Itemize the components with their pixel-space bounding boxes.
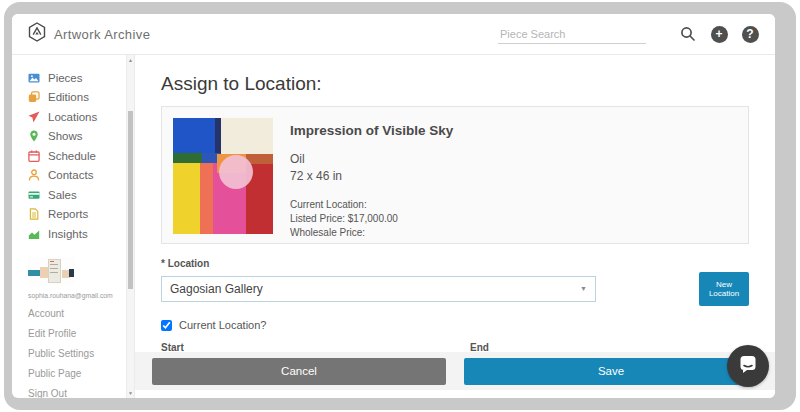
- sidebar-item-insights[interactable]: Insights: [12, 224, 126, 244]
- cancel-button[interactable]: Cancel: [152, 358, 446, 385]
- current-location-label[interactable]: Current Location?: [179, 319, 266, 331]
- sidebar-nav: PiecesEditionsLocationsShowsScheduleCont…: [12, 68, 126, 244]
- save-button[interactable]: Save: [464, 358, 758, 385]
- sidebar-link-public-page[interactable]: Public Page: [12, 368, 126, 379]
- current-location-row: Current Location?: [161, 319, 749, 331]
- schedule-icon: [28, 150, 41, 162]
- main-content: Assign to Location: Impression of Visibl…: [135, 55, 775, 398]
- app-window: Artwork Archive + ? Pieces: [12, 14, 775, 398]
- new-location-button[interactable]: New Location: [699, 272, 749, 306]
- chat-bubble-icon: [738, 354, 758, 378]
- add-icon[interactable]: +: [710, 25, 728, 43]
- location-select-wrap: Gagosian Gallery ▼: [161, 276, 596, 302]
- user-avatar-illustration: [28, 257, 74, 285]
- sidebar-item-label: Insights: [48, 228, 88, 240]
- sales-icon: [28, 189, 41, 201]
- pieces-icon: [28, 72, 41, 84]
- sidebar-item-locations[interactable]: Locations: [12, 107, 126, 127]
- screenshot-stage: Artwork Archive + ? Pieces: [0, 0, 800, 412]
- search-input[interactable]: [498, 25, 646, 43]
- sidebar-account-links: AccountEdit ProfilePublic SettingsPublic…: [12, 308, 126, 399]
- scrollbar-thumb[interactable]: [128, 111, 133, 289]
- page-title: Assign to Location:: [161, 73, 749, 95]
- artwork-details: Impression of Visible Sky Oil 72 x 46 in…: [290, 118, 453, 232]
- locations-icon: [28, 111, 41, 123]
- artwork-medium: Oil: [290, 151, 453, 168]
- sidebar-item-contacts[interactable]: Contacts: [12, 166, 126, 186]
- shows-icon: [28, 130, 41, 142]
- sidebar-link-public-settings[interactable]: Public Settings: [12, 348, 126, 359]
- sidebar-item-label: Locations: [48, 111, 97, 123]
- brand-name: Artwork Archive: [54, 27, 150, 42]
- piece-search-field[interactable]: [498, 24, 646, 44]
- sidebar-item-label: Reports: [48, 208, 88, 220]
- user-email: sophia.rouhana@gmail.com: [12, 292, 126, 299]
- sidebar-item-reports[interactable]: Reports: [12, 205, 126, 225]
- sidebar-item-shows[interactable]: Shows: [12, 127, 126, 147]
- sidebar-link-account[interactable]: Account: [12, 308, 126, 319]
- sidebar-item-label: Shows: [48, 130, 83, 142]
- form-footer: Cancel Save: [135, 352, 775, 390]
- sidebar-item-label: Sales: [48, 189, 77, 201]
- artwork-dimensions: 72 x 46 in: [290, 168, 453, 185]
- sidebar-item-label: Pieces: [48, 72, 83, 84]
- sidebar-link-sign-out[interactable]: Sign Out: [12, 388, 126, 399]
- artwork-title: Impression of Visible Sky: [290, 123, 453, 138]
- window-body: PiecesEditionsLocationsShowsScheduleCont…: [12, 55, 775, 398]
- current-location-checkbox[interactable]: [161, 320, 172, 331]
- chat-widget-button[interactable]: [727, 345, 769, 387]
- sidebar-item-label: Schedule: [48, 150, 96, 162]
- sidebar-scrollbar[interactable]: ▲ ▼: [126, 55, 135, 398]
- brand-logo[interactable]: Artwork Archive: [28, 22, 150, 46]
- logo-hexagon-icon: [28, 22, 46, 46]
- reports-icon: [28, 208, 41, 220]
- artwork-current-location: Current Location:: [290, 198, 453, 212]
- sidebar-item-pieces[interactable]: Pieces: [12, 68, 126, 88]
- sidebar-link-edit-profile[interactable]: Edit Profile: [12, 328, 126, 339]
- location-select[interactable]: Gagosian Gallery: [161, 276, 596, 302]
- artwork-listed-price: Listed Price: $17,000.00: [290, 212, 453, 226]
- insights-icon: [28, 228, 41, 240]
- editions-icon: [28, 91, 41, 103]
- sidebar-item-editions[interactable]: Editions: [12, 88, 126, 108]
- sidebar-item-label: Editions: [48, 91, 89, 103]
- scrollbar-down-arrow-icon[interactable]: ▼: [127, 390, 134, 396]
- sidebar-item-schedule[interactable]: Schedule: [12, 146, 126, 166]
- location-label: * Location: [161, 258, 749, 269]
- top-bar: Artwork Archive + ?: [12, 14, 775, 55]
- contacts-icon: [28, 169, 41, 181]
- sidebar-item-label: Contacts: [48, 169, 93, 181]
- sidebar-item-sales[interactable]: Sales: [12, 185, 126, 205]
- location-row: Gagosian Gallery ▼ New Location: [161, 272, 749, 306]
- search-icon[interactable]: [679, 25, 697, 43]
- artwork-wholesale-price: Wholesale Price:: [290, 226, 453, 240]
- scrollbar-up-arrow-icon[interactable]: ▲: [127, 57, 134, 63]
- sidebar: PiecesEditionsLocationsShowsScheduleCont…: [12, 55, 126, 398]
- help-icon[interactable]: ?: [741, 25, 759, 43]
- artwork-summary-card: Impression of Visible Sky Oil 72 x 46 in…: [161, 106, 749, 244]
- artwork-thumbnail: [173, 118, 273, 234]
